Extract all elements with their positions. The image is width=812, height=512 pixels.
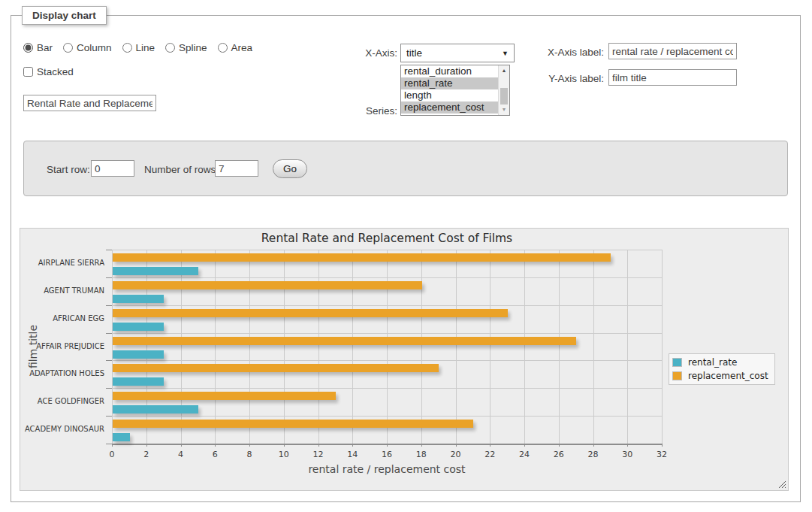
start-row-input[interactable] bbox=[91, 160, 134, 177]
panel-title: Display chart bbox=[22, 6, 107, 25]
gridline-vertical bbox=[662, 250, 663, 444]
x-tick-label: 14 bbox=[341, 450, 364, 459]
chart-title: Rental Rate and Replacement Cost of Film… bbox=[112, 232, 662, 245]
display-chart-panel: Display chart BarColumnLineSplineArea St… bbox=[11, 15, 801, 502]
rental_rate-bar bbox=[113, 405, 198, 414]
x-tick-label: 18 bbox=[410, 450, 433, 459]
x-tick-label: 8 bbox=[238, 450, 261, 459]
gridline-vertical bbox=[249, 250, 250, 444]
gridline-vertical bbox=[456, 250, 457, 444]
gridline-horizontal bbox=[112, 416, 662, 417]
x-tick-label: 24 bbox=[513, 450, 536, 459]
gridline-horizontal bbox=[112, 388, 662, 389]
chart-title-input[interactable] bbox=[23, 95, 156, 111]
chart-type-option-column[interactable]: Column bbox=[63, 42, 112, 53]
y-axis-label-input[interactable] bbox=[608, 69, 737, 86]
rental_rate-bar bbox=[113, 350, 164, 359]
x-tick-label: 20 bbox=[445, 450, 467, 459]
rental_rate-bar bbox=[113, 295, 164, 303]
x-tick-label: 22 bbox=[478, 450, 501, 459]
x-axis-select-label: X-Axis: bbox=[354, 47, 397, 59]
chart-type-radio-bar[interactable] bbox=[23, 43, 33, 53]
chart-type-group: BarColumnLineSplineArea bbox=[23, 42, 263, 56]
y-axis-tick bbox=[106, 305, 112, 306]
gridline-vertical bbox=[112, 250, 113, 444]
y-axis-label-caption: Y-Axis label: bbox=[546, 73, 604, 84]
x-axis-selected-value: title bbox=[406, 47, 422, 59]
gridline-vertical bbox=[627, 250, 628, 444]
scroll-down-icon[interactable]: ▼ bbox=[499, 105, 509, 115]
rental_rate-bar bbox=[113, 323, 164, 331]
chart-type-option-spline[interactable]: Spline bbox=[165, 42, 207, 53]
x-axis-select[interactable]: title ▼ bbox=[400, 44, 515, 62]
chart-type-text: Area bbox=[231, 42, 253, 53]
y-axis-tick bbox=[106, 416, 112, 417]
category-label: AGENT TRUMAN bbox=[20, 277, 104, 305]
rental_rate-bar bbox=[113, 267, 198, 275]
replacement_cost-bar bbox=[113, 309, 508, 317]
gridline-vertical bbox=[559, 250, 560, 444]
x-tick-label: 32 bbox=[651, 450, 673, 459]
y-axis-tick bbox=[106, 444, 112, 444]
x-tick-label: 12 bbox=[307, 450, 330, 459]
chart-type-option-bar[interactable]: Bar bbox=[23, 42, 53, 53]
resize-handle-icon[interactable] bbox=[777, 480, 786, 488]
category-label: ACADEMY DINOSAUR bbox=[20, 416, 104, 444]
gridline-vertical bbox=[593, 250, 594, 444]
legend-label: rental_rate bbox=[688, 357, 737, 368]
series-options: rental_durationrental_ratelengthreplacem… bbox=[401, 65, 509, 114]
x-axis-label-input[interactable] bbox=[608, 43, 737, 59]
stacked-label: Stacked bbox=[37, 66, 74, 77]
series-option-replacement_cost[interactable]: replacement_cost bbox=[401, 101, 509, 114]
gridline-vertical bbox=[215, 250, 216, 444]
num-rows-label: Number of rows: bbox=[144, 164, 219, 175]
start-row-label: Start row: bbox=[47, 164, 90, 175]
gridline-vertical bbox=[146, 250, 147, 444]
gridline-horizontal bbox=[112, 277, 662, 278]
chart-container: Rental Rate and Replacement Cost of Film… bbox=[20, 228, 789, 491]
gridline-vertical bbox=[421, 250, 422, 444]
chart-type-text: Bar bbox=[37, 42, 53, 53]
series-scrollbar[interactable]: ▲ ▼ bbox=[498, 65, 509, 115]
gridline-horizontal bbox=[112, 250, 662, 250]
y-axis-tick bbox=[106, 250, 112, 250]
chart-type-radio-spline[interactable] bbox=[165, 43, 175, 53]
x-tick-label: 4 bbox=[170, 450, 192, 459]
dropdown-arrow-icon: ▼ bbox=[502, 50, 509, 57]
category-label: AIRPLANE SIERRA bbox=[20, 250, 104, 277]
x-tick-label: 30 bbox=[616, 450, 638, 459]
chart-type-option-line[interactable]: Line bbox=[122, 42, 155, 53]
chart-type-text: Spline bbox=[179, 42, 207, 53]
x-tick-label: 10 bbox=[273, 450, 295, 459]
chart-legend: rental_ratereplacement_cost bbox=[669, 353, 775, 385]
go-button[interactable]: Go bbox=[273, 159, 307, 178]
gridline-horizontal bbox=[112, 305, 662, 306]
replacement_cost-bar bbox=[113, 392, 336, 400]
category-label: ACE GOLDFINGER bbox=[20, 388, 104, 416]
scrollbar-thumb[interactable] bbox=[500, 88, 508, 105]
x-tick-label: 16 bbox=[376, 450, 398, 459]
legend-label: replacement_cost bbox=[688, 371, 768, 381]
gridline-horizontal bbox=[112, 333, 662, 334]
scroll-up-icon[interactable]: ▲ bbox=[499, 65, 509, 76]
chart-type-radio-column[interactable] bbox=[63, 43, 73, 53]
num-rows-input[interactable] bbox=[215, 160, 258, 177]
row-range-panel: Start row: Number of rows: Go bbox=[23, 141, 788, 196]
gridline-horizontal bbox=[112, 360, 662, 361]
series-option-length[interactable]: length bbox=[401, 89, 509, 101]
gridline-vertical bbox=[284, 250, 285, 444]
replacement_cost-bar bbox=[113, 364, 439, 372]
rental_rate-swatch-icon bbox=[672, 358, 682, 367]
chart-type-text: Line bbox=[136, 42, 155, 53]
stacked-option[interactable]: Stacked bbox=[23, 66, 74, 77]
y-axis-tick bbox=[106, 388, 112, 389]
series-option-rental_rate[interactable]: rental_rate bbox=[401, 77, 509, 89]
series-listbox[interactable]: rental_durationrental_ratelengthreplacem… bbox=[400, 65, 510, 116]
stacked-checkbox[interactable] bbox=[23, 67, 33, 77]
chart-type-radio-area[interactable] bbox=[218, 43, 228, 53]
chart-type-radio-line[interactable] bbox=[122, 43, 132, 53]
chart-type-option-area[interactable]: Area bbox=[218, 42, 253, 53]
x-axis-title: rental rate / replacement cost bbox=[112, 463, 662, 475]
replacement_cost-swatch-icon bbox=[672, 371, 682, 380]
series-option-rental_duration[interactable]: rental_duration bbox=[401, 65, 509, 77]
